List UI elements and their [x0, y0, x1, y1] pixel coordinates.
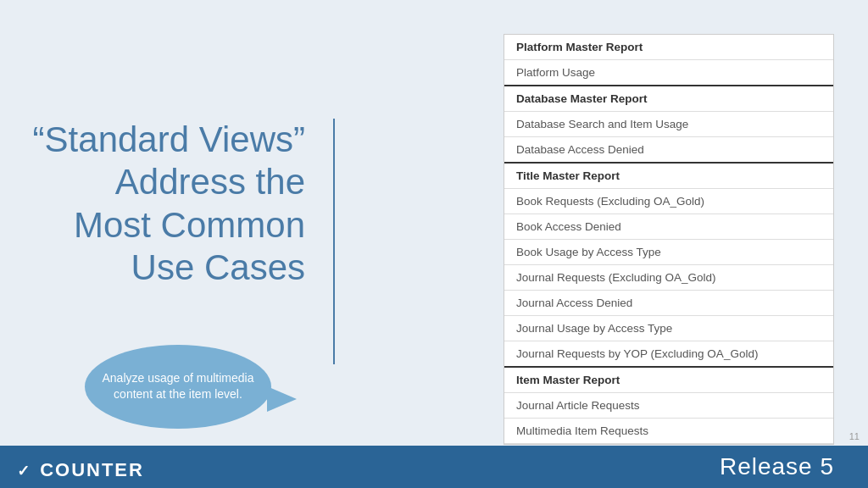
table-row: Book Access Denied: [504, 214, 833, 240]
table-cell: Journal Requests by YOP (Excluding OA_Go…: [504, 341, 833, 368]
table-cell: Multimedia Item Requests: [504, 419, 833, 444]
report-table-container: Platform Master ReportPlatform UsageData…: [504, 34, 834, 445]
heading-line2: Address the: [115, 162, 305, 202]
table-cell: Journal Requests (Excluding OA_Gold): [504, 265, 833, 291]
table-row: Database Search and Item Usage: [504, 112, 833, 137]
table-row: Book Requests (Excluding OA_Gold): [504, 189, 833, 214]
table-row: Platform Usage: [504, 60, 833, 86]
heading-line4: Use Cases: [131, 247, 305, 287]
release-label: Release 5: [720, 453, 834, 480]
section-header-label: Database Master Report: [504, 86, 833, 112]
page-number: 11: [849, 431, 860, 441]
table-row: Book Usage by Access Type: [504, 240, 833, 265]
table-row: Journal Usage by Access Type: [504, 316, 833, 341]
table-row: Multimedia Item Requests: [504, 419, 833, 444]
table-row: Journal Article Requests: [504, 393, 833, 419]
bottom-bar: ✓ COUNTER Release 5: [0, 446, 868, 488]
speech-bubble: Analyze usage of multimedia content at t…: [85, 345, 271, 429]
table-row: Journal Requests (Excluding OA_Gold): [504, 265, 833, 291]
left-content: “Standard Views” Address the Most Common…: [25, 119, 331, 290]
table-cell: Journal Article Requests: [504, 393, 833, 419]
section-header: Item Master Report: [504, 367, 833, 393]
table-row: Journal Access Denied: [504, 291, 833, 316]
table-row: Database Access Denied: [504, 137, 833, 164]
section-header: Database Master Report: [504, 86, 833, 112]
slide: “Standard Views” Address the Most Common…: [0, 0, 868, 488]
report-table: Platform Master ReportPlatform UsageData…: [504, 35, 833, 444]
table-cell: Book Requests (Excluding OA_Gold): [504, 189, 833, 214]
table-cell: Journal Usage by Access Type: [504, 316, 833, 341]
table-row: Journal Requests by YOP (Excluding OA_Go…: [504, 341, 833, 368]
section-header: Title Master Report: [504, 163, 833, 189]
section-header-label: Item Master Report: [504, 367, 833, 393]
logo-text: COUNTER: [40, 459, 144, 480]
heading-line1: “Standard Views”: [33, 119, 305, 159]
checkmark-icon: ✓: [17, 462, 31, 480]
main-heading: “Standard Views” Address the Most Common…: [25, 119, 331, 290]
section-header: Platform Master Report: [504, 35, 833, 60]
section-header-label: Platform Master Report: [504, 35, 833, 60]
table-cell: Platform Usage: [504, 60, 833, 86]
table-cell: Database Search and Item Usage: [504, 112, 833, 137]
table-cell: Database Access Denied: [504, 137, 833, 164]
section-header-label: Title Master Report: [504, 163, 833, 189]
table-cell: Book Usage by Access Type: [504, 240, 833, 265]
counter-logo: ✓ COUNTER: [17, 459, 144, 481]
heading-line3: Most Common: [74, 205, 305, 245]
bubble-text: Analyze usage of multimedia content at t…: [103, 371, 254, 402]
vertical-divider: [333, 119, 335, 364]
table-cell: Book Access Denied: [504, 214, 833, 240]
table-cell: Journal Access Denied: [504, 291, 833, 316]
